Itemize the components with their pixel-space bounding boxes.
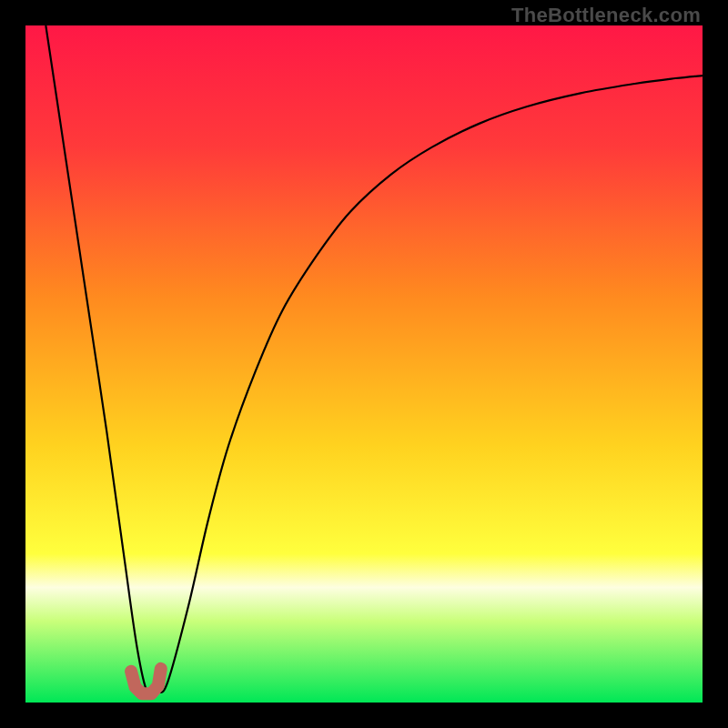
chart-frame: TheBottleneck.com [0,0,728,728]
gradient-background [25,25,703,703]
watermark-text: TheBottleneck.com [511,4,701,27]
plot-area [25,25,703,703]
chart-svg [25,25,703,703]
